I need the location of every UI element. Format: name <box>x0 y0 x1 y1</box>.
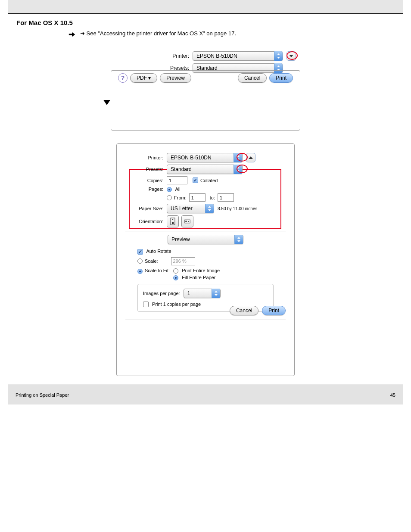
print-dialog-expanded: Printer: EPSON B-510DN Presets: Standard <box>116 143 295 376</box>
svg-marker-12 <box>208 206 211 208</box>
section-heading: For Mac OS X 10.5 <box>16 19 399 26</box>
svg-marker-6 <box>103 100 110 105</box>
images-per-page-value: 1 <box>187 290 190 296</box>
collated-label: Collated <box>200 178 218 183</box>
updown-icon <box>205 204 214 213</box>
svg-marker-15 <box>172 219 174 220</box>
images-per-page-label: Images per page: <box>143 291 180 296</box>
images-per-page-select[interactable]: 1 <box>184 289 221 298</box>
scale-input[interactable]: 296 % <box>171 257 195 265</box>
print-button-2[interactable]: Print <box>262 306 286 315</box>
print-button-label: Print <box>276 75 286 81</box>
cancel-button-label: Cancel <box>244 75 260 81</box>
scale-label: Scale: <box>145 258 158 264</box>
presets-label-2: Presets: <box>125 167 163 172</box>
help-button[interactable]: ? <box>118 73 128 83</box>
svg-marker-10 <box>237 167 240 168</box>
down-arrow-icon <box>103 98 111 107</box>
section-select-value: Preview <box>171 236 190 243</box>
scale-radio[interactable] <box>137 258 143 264</box>
svg-marker-18 <box>188 221 189 222</box>
svg-marker-0 <box>69 32 75 37</box>
pages-from-radio[interactable] <box>167 195 172 200</box>
cancel-button[interactable]: Cancel <box>238 73 267 83</box>
pages-to-label: to: <box>210 195 215 200</box>
cancel-button-2[interactable]: Cancel <box>230 306 258 315</box>
scale-to-fit-label: Scale to Fit: <box>145 268 170 280</box>
svg-marker-2 <box>277 57 280 59</box>
updown-icon <box>234 153 242 162</box>
cancel-button-2-label: Cancel <box>236 308 252 314</box>
svg-marker-7 <box>237 155 240 157</box>
updown-icon <box>274 51 283 61</box>
footer-right: 45 <box>390 392 395 398</box>
print-dialog-collapsed: ? PDF ▾ Preview Cancel Print <box>111 70 300 131</box>
print-button[interactable]: Print <box>269 73 293 83</box>
pages-all-radio[interactable] <box>167 187 172 192</box>
collated-checkbox[interactable] <box>193 177 198 183</box>
svg-marker-21 <box>237 240 240 242</box>
papersize-label: Paper Size: <box>125 206 163 211</box>
updown-icon <box>212 289 220 298</box>
pages-label: Pages: <box>125 187 163 192</box>
papersize-dims: 8.50 by 11.00 inches <box>218 206 257 211</box>
pdf-button[interactable]: PDF ▾ <box>130 73 157 83</box>
papersize-select[interactable]: US Letter <box>167 204 214 213</box>
section-select[interactable]: Preview <box>168 235 243 244</box>
copies-input[interactable]: 1 <box>167 176 187 184</box>
print-entire-label: Print Entire Image <box>182 268 220 273</box>
pdf-button-label: PDF ▾ <box>137 75 151 81</box>
svg-marker-1 <box>277 53 280 55</box>
orientation-portrait-button[interactable] <box>167 215 179 227</box>
pages-all-label: All <box>175 187 180 192</box>
auto-rotate-label: Auto Rotate <box>146 249 171 254</box>
printer-select-2[interactable]: EPSON B-510DN <box>167 153 243 162</box>
print-entire-radio[interactable] <box>173 268 178 274</box>
svg-marker-9 <box>249 156 253 159</box>
svg-marker-3 <box>289 55 293 57</box>
printer-select[interactable]: EPSON B-510DN <box>193 51 283 61</box>
svg-rect-19 <box>185 221 187 222</box>
print-copies-per-page-checkbox[interactable] <box>143 302 149 307</box>
svg-rect-16 <box>172 222 174 224</box>
copies-label: Copies: <box>125 178 163 183</box>
footer-left: Printing on Special Paper <box>16 392 69 398</box>
svg-marker-4 <box>277 65 280 67</box>
svg-marker-23 <box>215 294 218 296</box>
orientation-landscape-button[interactable] <box>181 215 193 227</box>
print-button-2-label: Print <box>268 308 279 314</box>
print-copies-per-page-label: Print 1 copies per page <box>152 302 201 307</box>
document-topbar <box>8 0 403 14</box>
pages-to-input[interactable]: 1 <box>218 193 234 202</box>
printer-label: Printer: <box>159 53 189 59</box>
printer-select-value: EPSON B-510DN <box>196 53 237 59</box>
papersize-value: US Letter <box>171 205 193 212</box>
orientation-label: Orientation: <box>125 219 163 224</box>
pages-from-input[interactable]: 1 <box>189 193 206 202</box>
svg-marker-8 <box>237 159 240 160</box>
expand-toggle-button[interactable] <box>286 51 296 61</box>
fill-entire-radio[interactable] <box>173 275 178 280</box>
collapse-toggle-button[interactable] <box>246 153 255 162</box>
svg-marker-13 <box>208 209 211 211</box>
svg-marker-11 <box>237 170 240 172</box>
presets-select-2[interactable]: Standard <box>167 165 243 174</box>
svg-marker-20 <box>237 237 240 239</box>
printer-select-2-value: EPSON B-510DN <box>171 155 212 161</box>
pages-from-label: From: <box>174 195 187 200</box>
see-reference: ➜ See "Accessing the printer driver for … <box>80 30 236 37</box>
auto-rotate-checkbox[interactable] <box>137 249 143 255</box>
updown-icon <box>234 165 242 174</box>
presets-select-2-value: Standard <box>171 166 192 172</box>
document-footer: Printing on Special Paper 45 <box>8 385 403 404</box>
scale-to-fit-radio[interactable] <box>137 269 143 274</box>
updown-icon <box>234 235 243 244</box>
right-arrow-icon <box>68 31 76 38</box>
printer-label-2: Printer: <box>125 155 163 160</box>
preview-button-label: Preview <box>166 75 185 81</box>
preview-button[interactable]: Preview <box>160 73 191 83</box>
fill-entire-label: Fill Entire Paper <box>182 275 215 280</box>
svg-marker-22 <box>215 291 218 292</box>
